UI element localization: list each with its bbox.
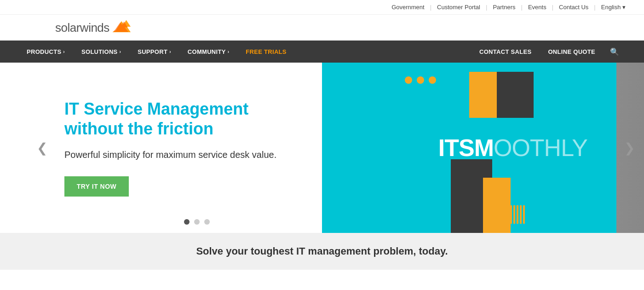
events-link[interactable]: Events (528, 4, 546, 11)
nav-contact-sales[interactable]: CONTACT SALES (471, 41, 540, 63)
nav-left: PRODUCTS › SOLUTIONS › SUPPORT › COMMUNI… (18, 41, 471, 63)
barcode-lines (504, 205, 525, 224)
nav-community[interactable]: COMMUNITY › (179, 41, 238, 63)
nav-right: CONTACT SALES ONLINE QUOTE 🔍 (471, 41, 626, 63)
hero-title: IT Service Management without the fricti… (64, 99, 294, 139)
orange-dot-3 (429, 76, 436, 84)
search-button[interactable]: 🔍 (604, 41, 626, 63)
carousel-dot-2[interactable] (194, 219, 200, 225)
carousel-dots (184, 219, 210, 225)
separator-1: | (430, 4, 431, 11)
nav-support[interactable]: SUPPORT › (129, 41, 179, 63)
separator-2: | (486, 4, 487, 11)
solutions-arrow-icon: › (120, 49, 121, 54)
separator-4: | (552, 4, 553, 11)
orange-dot-2 (417, 76, 424, 84)
contact-us-link[interactable]: Contact Us (559, 4, 588, 11)
nav-online-quote[interactable]: ONLINE QUOTE (540, 41, 604, 63)
partners-link[interactable]: Partners (493, 4, 515, 11)
logo-bar: solarwinds (0, 15, 644, 41)
tagline-bar: Solve your toughest IT management proble… (0, 233, 644, 270)
nav-products[interactable]: PRODUCTS › (18, 41, 73, 63)
itsm-bold-text: ITSM (438, 134, 494, 161)
nav-solutions[interactable]: SOLUTIONS › (73, 41, 129, 63)
itsm-text: ITSMOOTHLY (438, 134, 587, 162)
hero-cta-button[interactable]: TRY IT NOW (64, 176, 129, 197)
tagline-text: Solve your toughest IT management proble… (196, 245, 448, 257)
language-selector[interactable]: English ▾ (601, 4, 626, 11)
orange-dots (405, 76, 436, 84)
solarwinds-logo-icon (112, 19, 131, 36)
hero-subtitle: Powerful simplicity for maximum service … (64, 148, 294, 162)
hero-prev-button[interactable]: ❮ (37, 140, 47, 156)
customer-portal-link[interactable]: Customer Portal (437, 4, 480, 11)
carousel-dot-3[interactable] (204, 219, 210, 225)
hero-section: ❮ IT Service Management without the fric… (0, 63, 644, 233)
government-link[interactable]: Government (391, 4, 425, 11)
utility-bar: Government | Customer Portal | Partners … (0, 0, 644, 15)
separator-3: | (521, 4, 523, 11)
community-arrow-icon: › (228, 49, 230, 54)
logo-text[interactable]: solarwinds (55, 21, 109, 35)
hero-next-button[interactable]: ❯ (624, 140, 635, 156)
products-arrow-icon: › (63, 49, 65, 54)
support-arrow-icon: › (169, 49, 171, 54)
hero-left: ❮ IT Service Management without the fric… (0, 63, 322, 233)
hero-right-graphic: ITSMOOTHLY ❯ (322, 63, 644, 233)
nav-free-trials[interactable]: FREE TRIALS (237, 41, 295, 63)
main-nav: PRODUCTS › SOLUTIONS › SUPPORT › COMMUNI… (0, 41, 644, 63)
block-top-dark (497, 72, 534, 118)
itsm-light-text: OOTHLY (494, 134, 587, 161)
carousel-dot-1[interactable] (184, 219, 190, 225)
separator-5: | (594, 4, 595, 11)
search-icon: 🔍 (610, 47, 619, 56)
orange-dot-1 (405, 76, 412, 84)
